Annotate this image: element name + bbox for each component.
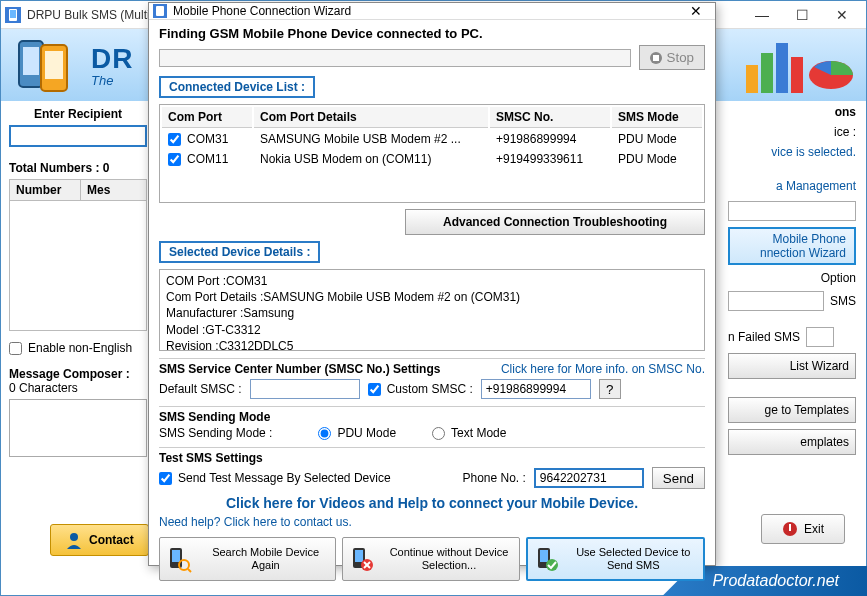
- phone-label: Phone No. :: [462, 471, 525, 485]
- option-label: Option: [728, 271, 856, 285]
- col-number: Number: [9, 179, 81, 201]
- device-table: Com Port Com Port Details SMSC No. SMS M…: [159, 104, 705, 203]
- svg-rect-10: [791, 57, 803, 93]
- svg-rect-29: [540, 550, 548, 562]
- sms-dropdown[interactable]: [728, 291, 824, 311]
- management-link[interactable]: a Management: [728, 179, 856, 193]
- dialog-title: Mobile Phone Connection Wizard: [173, 4, 681, 18]
- search-again-button[interactable]: Search Mobile Device Again: [159, 537, 336, 581]
- svg-rect-16: [156, 6, 164, 16]
- row-check[interactable]: [168, 153, 181, 166]
- search-progress: [159, 49, 631, 67]
- numbers-grid[interactable]: [9, 201, 147, 331]
- mode-label: SMS Sending Mode :: [159, 426, 272, 440]
- col-details: Com Port Details: [254, 107, 488, 128]
- recipient-label: Enter Recipient: [9, 107, 147, 121]
- dropdown-1[interactable]: [728, 201, 856, 221]
- custom-smsc-checkbox[interactable]: Custom SMSC :: [368, 382, 473, 396]
- composer-textarea[interactable]: [9, 399, 147, 457]
- options-label: ons: [728, 105, 856, 119]
- svg-rect-7: [746, 65, 758, 93]
- video-help-link[interactable]: Click here for Videos and Help to connec…: [159, 495, 705, 511]
- pdu-mode-radio[interactable]: PDU Mode: [318, 426, 396, 440]
- svg-rect-20: [172, 550, 180, 562]
- chart-decoration-icon: [746, 35, 856, 95]
- svg-rect-18: [653, 55, 659, 61]
- maximize-button[interactable]: ☐: [782, 4, 822, 26]
- use-selected-button[interactable]: Use Selected Device to Send SMS: [526, 537, 705, 581]
- col-message: Mes: [81, 179, 147, 201]
- minimize-button[interactable]: —: [742, 4, 782, 26]
- dialog-close-button[interactable]: ✕: [681, 3, 711, 19]
- svg-rect-24: [355, 550, 363, 562]
- svg-rect-4: [23, 47, 39, 75]
- stop-icon: [650, 52, 662, 64]
- char-count: 0 Characters: [9, 381, 147, 395]
- connected-list-title: Connected Device List :: [159, 76, 315, 98]
- search-device-icon: [164, 545, 192, 573]
- send-test-checkbox[interactable]: Send Test Message By Selected Device: [159, 471, 391, 485]
- smsc-title: SMS Service Center Number (SMSC No.) Set…: [159, 362, 440, 376]
- contact-icon: [65, 531, 83, 549]
- col-port: Com Port: [162, 107, 252, 128]
- mode-title: SMS Sending Mode: [159, 410, 705, 424]
- svg-point-30: [546, 559, 558, 571]
- custom-smsc-input[interactable]: [481, 379, 591, 399]
- default-smsc-label: Default SMSC :: [159, 382, 242, 396]
- total-numbers-label: Total Numbers : 0: [9, 161, 147, 175]
- brand-title: DR: [91, 43, 133, 75]
- svg-point-12: [70, 533, 78, 541]
- smsc-help-button[interactable]: ?: [599, 379, 621, 399]
- no-device-link[interactable]: vice is selected.: [728, 145, 856, 159]
- text-mode-radio[interactable]: Text Mode: [432, 426, 506, 440]
- dialog-app-icon: [153, 4, 167, 18]
- connection-wizard-dialog: Mobile Phone Connection Wizard ✕ Finding…: [148, 2, 716, 566]
- templates-button[interactable]: emplates: [728, 429, 856, 455]
- non-english-checkbox[interactable]: Enable non-English: [9, 341, 147, 355]
- composer-label: Message Composer :: [9, 367, 147, 381]
- stop-button[interactable]: Stop: [639, 45, 705, 70]
- failed-dropdown[interactable]: [806, 327, 834, 347]
- list-wizard-button[interactable]: List Wizard: [728, 353, 856, 379]
- device-details-box[interactable]: COM Port :COM31 Com Port Details :SAMSUN…: [159, 269, 705, 351]
- contact-button[interactable]: Contact: [50, 524, 149, 556]
- phone-input[interactable]: [534, 468, 644, 488]
- app-icon: [5, 7, 21, 23]
- svg-rect-2: [10, 10, 16, 18]
- svg-rect-14: [789, 524, 791, 531]
- smsc-info-link[interactable]: Click here for More info. on SMSC No.: [501, 362, 705, 376]
- table-row[interactable]: COM11 Nokia USB Modem on (COM11) +919499…: [162, 150, 702, 168]
- svg-line-22: [188, 569, 191, 572]
- contact-help-link[interactable]: Need help? Click here to contact us.: [159, 515, 705, 529]
- continue-without-button[interactable]: Continue without Device Selection...: [342, 537, 519, 581]
- close-button[interactable]: ✕: [822, 4, 862, 26]
- device-label: ice :: [728, 125, 856, 139]
- to-templates-button[interactable]: ge to Templates: [728, 397, 856, 423]
- dialog-titlebar: Mobile Phone Connection Wizard ✕: [149, 3, 715, 20]
- finding-heading: Finding GSM Mobile Phone Device connecte…: [159, 26, 705, 41]
- svg-rect-6: [45, 51, 63, 79]
- phones-icon: [11, 35, 91, 95]
- svg-rect-9: [776, 43, 788, 93]
- brand-tagline: The: [91, 73, 133, 88]
- col-smsc: SMSC No.: [490, 107, 610, 128]
- svg-rect-8: [761, 53, 773, 93]
- table-row[interactable]: COM31 SAMSUNG Mobile USB Modem #2 ... +9…: [162, 130, 702, 148]
- use-device-icon: [532, 545, 560, 573]
- row-check[interactable]: [168, 133, 181, 146]
- exit-icon: [782, 521, 798, 537]
- send-button[interactable]: Send: [652, 467, 705, 489]
- selected-details-title: Selected Device Details :: [159, 241, 320, 263]
- recipient-input[interactable]: [9, 125, 147, 147]
- non-english-check[interactable]: [9, 342, 22, 355]
- connection-wizard-button[interactable]: Mobile Phone nnection Wizard: [728, 227, 856, 265]
- test-title: Test SMS Settings: [159, 451, 705, 465]
- advanced-troubleshooting-button[interactable]: Advanced Connection Troubleshooting: [405, 209, 705, 235]
- continue-icon: [347, 545, 375, 573]
- default-smsc-input[interactable]: [250, 379, 360, 399]
- col-mode: SMS Mode: [612, 107, 702, 128]
- exit-button[interactable]: Exit: [761, 514, 845, 544]
